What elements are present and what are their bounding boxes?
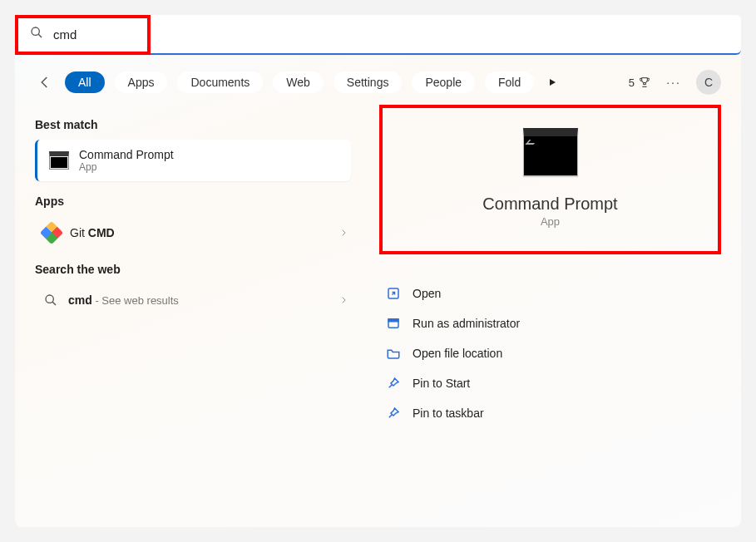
filter-tab-all[interactable]: All: [65, 71, 105, 93]
search-icon: [43, 293, 58, 308]
filter-tab-web[interactable]: Web: [273, 71, 324, 93]
open-icon: [386, 286, 401, 301]
best-match-subtitle: App: [79, 161, 174, 173]
filter-tab-people[interactable]: People: [412, 71, 475, 93]
web-result-label: cmd - See web results: [68, 293, 329, 307]
folder-icon: [386, 346, 401, 361]
user-avatar[interactable]: C: [696, 70, 721, 95]
best-match-heading: Best match: [35, 118, 351, 131]
action-pin-taskbar[interactable]: Pin to taskbar: [383, 401, 721, 426]
action-label: Run as administrator: [413, 317, 520, 330]
detail-subtitle: App: [541, 215, 560, 228]
back-button[interactable]: [35, 72, 55, 92]
more-filters-icon[interactable]: [544, 77, 561, 87]
command-prompt-icon: [49, 151, 69, 170]
start-search-panel: All Apps Documents Web Settings People F…: [15, 15, 741, 527]
filter-row: All Apps Documents Web Settings People F…: [15, 55, 741, 105]
filter-tab-folders[interactable]: Fold: [485, 71, 534, 93]
more-options-button[interactable]: ···: [661, 70, 686, 95]
apps-heading: Apps: [35, 195, 351, 208]
command-prompt-icon: [523, 128, 578, 176]
action-label: Open file location: [413, 347, 502, 360]
action-pin-start[interactable]: Pin to Start: [383, 371, 721, 396]
action-list: Open Run as administrator Open file loca…: [379, 281, 721, 426]
svg-point-3: [46, 295, 53, 303]
search-icon: [30, 26, 43, 42]
detail-title: Command Prompt: [482, 195, 617, 214]
filter-tab-documents[interactable]: Documents: [177, 71, 263, 93]
best-match-title: Command Prompt: [79, 148, 174, 161]
svg-line-1: [38, 34, 42, 37]
action-run-admin[interactable]: Run as administrator: [383, 311, 721, 336]
pin-icon: [386, 376, 401, 391]
svg-point-0: [32, 27, 39, 35]
pin-icon: [386, 406, 401, 421]
svg-rect-7: [388, 319, 398, 322]
web-heading: Search the web: [35, 263, 351, 276]
chevron-right-icon: [339, 226, 348, 239]
action-open[interactable]: Open: [383, 281, 721, 306]
apps-result-git-cmd[interactable]: Git CMD: [35, 216, 351, 249]
search-input[interactable]: [53, 27, 726, 42]
action-label: Pin to Start: [413, 377, 470, 390]
apps-result-label: Git CMD: [70, 226, 329, 239]
svg-line-4: [52, 302, 56, 305]
filter-tab-settings[interactable]: Settings: [334, 71, 403, 93]
detail-column: Command Prompt App Open Run as administr…: [379, 105, 721, 426]
best-match-result[interactable]: Command Prompt App: [35, 140, 351, 181]
action-label: Pin to taskbar: [413, 406, 484, 420]
action-label: Open: [413, 287, 441, 300]
shield-icon: [386, 316, 401, 331]
detail-card: Command Prompt App: [379, 105, 721, 254]
git-icon: [40, 221, 63, 244]
rewards-count: 5: [629, 76, 635, 89]
search-bar[interactable]: [15, 15, 741, 55]
chevron-right-icon: [339, 293, 348, 307]
action-open-location[interactable]: Open file location: [383, 341, 721, 366]
svg-marker-2: [550, 79, 556, 86]
results-column: Best match Command Prompt App Apps Git C…: [35, 105, 351, 426]
filter-tab-apps[interactable]: Apps: [115, 71, 168, 93]
trophy-icon: [638, 76, 651, 89]
rewards-badge[interactable]: 5: [629, 76, 651, 89]
web-result-cmd[interactable]: cmd - See web results: [35, 284, 351, 316]
